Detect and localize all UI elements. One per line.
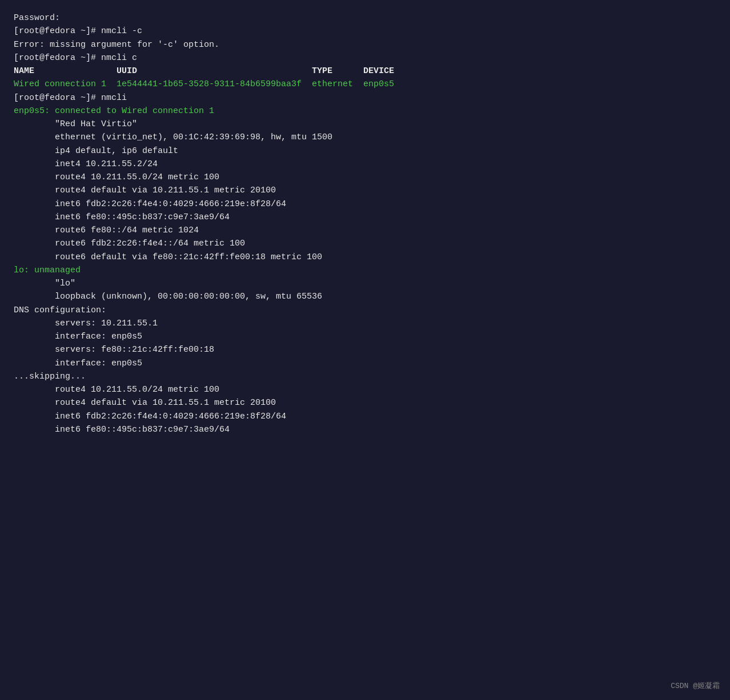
red-hat-virtio: "Red Hat Virtio" [14, 118, 716, 131]
inet6-skip-2: inet6 fe80::495c:b837:c9e7:3ae9/64 [14, 423, 716, 436]
dns-interface-1: interface: enp0s5 [14, 330, 716, 343]
prompt-nmcli-c-flag: [root@fedora ~]# nmcli -c [14, 25, 716, 38]
wired-connection: Wired connection 1 1e544441-1b65-3528-93… [14, 78, 716, 91]
password-label: Password: [14, 11, 716, 25]
loopback-info: loopback (unknown), 00:00:00:00:00:00, s… [14, 290, 716, 303]
dns-servers-2: servers: fe80::21c:42ff:fe00:18 [14, 343, 716, 356]
error-missing-arg: Error: missing argument for '-c' option. [14, 38, 716, 51]
dns-servers-1: servers: 10.211.55.1 [14, 317, 716, 330]
route4-skip-2: route4 default via 10.211.55.1 metric 20… [14, 396, 716, 409]
prompt-nmcli-c: [root@fedora ~]# nmcli c [14, 51, 716, 65]
inet6-1: inet6 fdb2:2c26:f4e4:0:4029:4666:219e:8f… [14, 198, 716, 211]
inet4: inet4 10.211.55.2/24 [14, 158, 716, 171]
prompt-nmcli: [root@fedora ~]# nmcli [14, 91, 716, 104]
enp0s5-connected: enp0s5: connected to Wired connection 1 [14, 104, 716, 118]
skipping: ...skipping... [14, 370, 716, 383]
route4-1: route4 10.211.55.0/24 metric 100 [14, 171, 716, 184]
watermark: CSDN @姬凝霜 [671, 681, 720, 692]
ip-defaults: ip4 default, ip6 default [14, 144, 716, 158]
dns-interface-2: interface: enp0s5 [14, 357, 716, 370]
route4-skip-1: route4 10.211.55.0/24 metric 100 [14, 383, 716, 396]
lo-name: "lo" [14, 277, 716, 290]
table-header: NAME UUID TYPE DEVICE [14, 65, 716, 78]
inet6-2: inet6 fe80::495c:b837:c9e7:3ae9/64 [14, 211, 716, 224]
route4-2: route4 default via 10.211.55.1 metric 20… [14, 184, 716, 197]
terminal-window: Password:[root@fedora ~]# nmcli -cError:… [14, 11, 716, 436]
route6-3: route6 default via fe80::21c:42ff:fe00:1… [14, 251, 716, 264]
inet6-skip-1: inet6 fdb2:2c26:f4e4:0:4029:4666:219e:8f… [14, 410, 716, 423]
route6-1: route6 fe80::/64 metric 1024 [14, 224, 716, 237]
route6-2: route6 fdb2:2c26:f4e4::/64 metric 100 [14, 237, 716, 250]
ethernet-info: ethernet (virtio_net), 00:1C:42:39:69:98… [14, 131, 716, 144]
dns-config: DNS configuration: [14, 304, 716, 317]
lo-unmanaged: lo: unmanaged [14, 264, 716, 277]
